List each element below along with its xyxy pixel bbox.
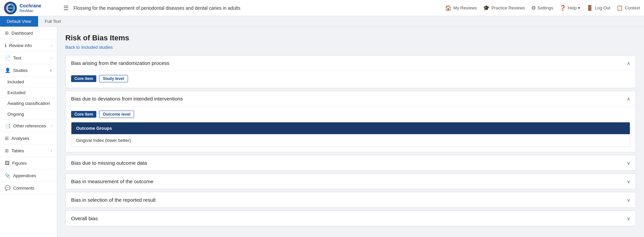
nav-actions: 🏠 My Reviews 🎓 Practice Reviews ⚙ Settin… (445, 5, 640, 11)
outcome-groups-table: Outcome Groups Gingival Index (lower bet… (71, 122, 630, 147)
practice-reviews-link[interactable]: 🎓 Practice Reviews (483, 5, 525, 11)
context-link[interactable]: 📋 Context (616, 5, 640, 11)
sidebar-label-analyses: Analyses (11, 136, 29, 141)
logo-name-line2: RevMan (20, 9, 41, 13)
dashboard-icon: ⊞ (5, 30, 9, 36)
bias-title-randomization: Bias arising from the randomization proc… (71, 60, 169, 66)
chevron-up-icon-deviations: ∧ (627, 96, 630, 102)
chevron-right-icon-3: ‹ (51, 124, 52, 128)
outcome-row-gingival[interactable]: Gingival Index (lower better) (71, 134, 630, 146)
sidebar-item-analyses[interactable]: ⊞ Analyses (0, 132, 57, 145)
analyses-icon: ⊞ (5, 135, 9, 141)
sidebar-sub-ongoing-label: Ongoing (7, 112, 24, 117)
chevron-down-icon-missing: ∨ (627, 160, 630, 166)
sidebar: ⊞ Dashboard ℹ Review info ‹ 📄 Text ‹ 👤 S… (0, 27, 57, 237)
logout-label: Log Out (595, 5, 610, 10)
my-reviews-link[interactable]: 🏠 My Reviews (445, 5, 477, 11)
sidebar-sub-awaiting-label: Awaiting classification (7, 101, 50, 106)
bias-section-measurement: Bias in measurement of the outcome ∨ (65, 173, 636, 189)
chevron-down-icon-overall: ∨ (627, 216, 630, 221)
sidebar-label-tables: Tables (11, 148, 24, 153)
hamburger-button[interactable]: ☰ (61, 2, 71, 14)
back-link[interactable]: Back to Included studies (65, 45, 113, 50)
sidebar-item-appendices[interactable]: 📎 Appendices (0, 169, 57, 182)
sidebar-sub-excluded-label: Excluded (7, 90, 25, 95)
badge-outcome-deviations: Outcome level (99, 111, 134, 118)
bias-header-overall[interactable]: Overall bias ∨ (66, 211, 636, 226)
sidebar-item-dashboard[interactable]: ⊞ Dashboard (0, 27, 57, 39)
info-icon: ℹ (5, 43, 6, 48)
logo-area: Cochrane RevMan (4, 2, 61, 14)
my-reviews-label: My Reviews (453, 5, 477, 10)
bias-title-missing-data: Bias due to missing outcome data (71, 160, 147, 166)
tab-default-view[interactable]: Default View (0, 16, 38, 27)
sidebar-label-comments: Comments (13, 186, 34, 191)
page-title: Risk of Bias Items (65, 34, 636, 42)
bias-section-missing-data: Bias due to missing outcome data ∨ (65, 155, 636, 171)
chevron-down-icon-selection: ∨ (627, 197, 630, 203)
sidebar-sub-excluded[interactable]: Excluded (0, 87, 57, 98)
bias-section-selection: Bias in selection of the reported result… (65, 192, 636, 208)
comments-icon: 💬 (5, 185, 10, 191)
logout-icon: 🚪 (586, 5, 593, 11)
sidebar-label-review-info: Review info (9, 43, 32, 48)
help-link[interactable]: ❓ Help ▾ (559, 5, 580, 11)
settings-link[interactable]: ⚙ Settings (531, 5, 553, 11)
tables-icon: ⊞ (5, 148, 9, 153)
sidebar-label-dashboard: Dashboard (11, 31, 33, 36)
bias-header-deviations[interactable]: Bias due to deviations from intended int… (66, 91, 636, 106)
review-title: Flossing for the management of periodont… (73, 5, 445, 11)
sidebar-item-studies[interactable]: 👤 Studies ∨ (0, 64, 57, 77)
badge-core-deviations: Core item (71, 111, 96, 118)
other-refs-icon: 📑 (5, 123, 10, 128)
sidebar-sub-included-label: Included (7, 79, 24, 84)
sidebar-label-figures: Figures (12, 161, 27, 166)
tab-full-text[interactable]: Full Text (38, 16, 68, 27)
bias-header-selection[interactable]: Bias in selection of the reported result… (66, 192, 636, 207)
bias-title-selection: Bias in selection of the reported result (71, 197, 156, 203)
studies-icon: 👤 (5, 68, 10, 73)
sidebar-item-review-info[interactable]: ℹ Review info ‹ (0, 39, 57, 52)
bias-section-overall: Overall bias ∨ (65, 210, 636, 226)
logo-name-line1: Cochrane (20, 3, 41, 9)
sidebar-item-tables[interactable]: ⊞ Tables ‹ (0, 145, 57, 157)
chevron-right-icon-2: ‹ (51, 56, 52, 60)
sidebar-label-studies: Studies (13, 68, 28, 73)
sidebar-item-text[interactable]: 📄 Text ‹ (0, 52, 57, 64)
badge-study-randomization: Study level (99, 75, 128, 82)
bias-title-deviations: Bias due to deviations from intended int… (71, 96, 183, 102)
bias-body-randomization: Core item Study level (66, 71, 636, 88)
home-icon: 🏠 (445, 5, 452, 11)
graduation-icon: 🎓 (483, 5, 490, 11)
logout-link[interactable]: 🚪 Log Out (586, 5, 610, 11)
bias-body-deviations: Core item Outcome level Outcome Groups G… (66, 106, 636, 152)
chevron-up-icon-randomization: ∧ (627, 61, 630, 66)
bias-header-measurement[interactable]: Bias in measurement of the outcome ∨ (66, 174, 636, 189)
badge-core-randomization: Core item (71, 75, 96, 82)
chevron-right-icon-4: ‹ (51, 149, 52, 153)
bias-section-deviations: Bias due to deviations from intended int… (65, 91, 636, 152)
context-label: Context (625, 5, 640, 10)
sidebar-item-figures[interactable]: 🖼 Figures (0, 157, 57, 169)
sidebar-label-text: Text (13, 55, 21, 61)
sidebar-sub-included[interactable]: Included (0, 77, 57, 87)
top-navigation: Cochrane RevMan ☰ Flossing for the manag… (0, 0, 644, 16)
appendices-icon: 📎 (5, 173, 10, 178)
context-icon: 📋 (616, 5, 623, 11)
sidebar-sub-ongoing[interactable]: Ongoing (0, 109, 57, 120)
sidebar-item-comments[interactable]: 💬 Comments (0, 182, 57, 194)
chevron-down-icon-measurement: ∨ (627, 179, 630, 184)
main-content: Risk of Bias Items Back to Included stud… (57, 27, 644, 237)
bias-header-missing-data[interactable]: Bias due to missing outcome data ∨ (66, 155, 636, 170)
bias-title-overall: Overall bias (71, 215, 98, 221)
cochrane-logo (4, 2, 17, 14)
chevron-right-icon: ‹ (51, 43, 52, 47)
sidebar-sub-awaiting[interactable]: Awaiting classification (0, 98, 57, 109)
outcome-groups-header: Outcome Groups (71, 122, 630, 134)
settings-label: Settings (538, 5, 553, 10)
help-icon: ❓ (559, 5, 566, 11)
figures-icon: 🖼 (5, 160, 9, 166)
bias-header-randomization[interactable]: Bias arising from the randomization proc… (66, 55, 636, 71)
sidebar-item-other-references[interactable]: 📑 Other references ‹ (0, 120, 57, 132)
bias-title-measurement: Bias in measurement of the outcome (71, 179, 153, 184)
